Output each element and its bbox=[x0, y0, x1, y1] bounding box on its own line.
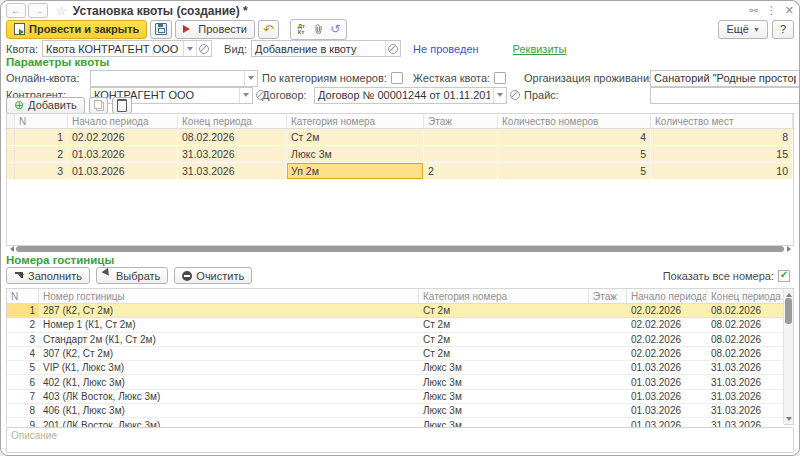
cell-floor[interactable] bbox=[589, 333, 627, 346]
hard-quota-checkbox[interactable] bbox=[494, 72, 506, 84]
back-button[interactable]: ← bbox=[6, 3, 26, 18]
scroll-down-arrow[interactable] bbox=[785, 416, 792, 424]
organization-field[interactable] bbox=[650, 70, 800, 87]
cell-n[interactable]: 1 bbox=[15, 129, 68, 145]
description-input[interactable] bbox=[6, 427, 794, 453]
table-row[interactable]: 5 VIP (К1, Люкс 3м) Люкс 3м 01.03.2026 3… bbox=[7, 361, 784, 375]
contract-open-button[interactable] bbox=[510, 90, 520, 100]
cell-start[interactable]: 02.02.2026 bbox=[627, 304, 707, 317]
cell-end[interactable]: 31.03.2026 bbox=[707, 361, 784, 374]
quota-open-icon[interactable] bbox=[196, 41, 211, 56]
favorite-star-icon[interactable]: ☆ bbox=[56, 4, 67, 18]
more-dots-icon[interactable]: ⋮ bbox=[766, 5, 777, 16]
price-field[interactable] bbox=[650, 87, 800, 104]
cell-rooms[interactable]: 5 bbox=[498, 146, 651, 162]
cell-n[interactable]: 7 bbox=[7, 390, 39, 403]
cell-end[interactable]: 08.02.2026 bbox=[707, 333, 784, 346]
table-row[interactable]: 1 02.02.2026 08.02.2026 Ст 2м 4 8 bbox=[7, 129, 793, 146]
cell-room[interactable]: 402 (К1, Люкс 3м) bbox=[39, 375, 419, 388]
scroll-up-arrow[interactable] bbox=[785, 289, 792, 297]
copy-row-button[interactable] bbox=[89, 97, 108, 114]
cell-start[interactable]: 02.02.2026 bbox=[627, 333, 707, 346]
cell-start[interactable]: 01.03.2026 bbox=[68, 163, 178, 179]
cell-category[interactable]: Люкс 3м bbox=[287, 146, 424, 162]
horizontal-scroll-thumb[interactable] bbox=[16, 246, 784, 252]
cell-end[interactable]: 31.03.2026 bbox=[707, 404, 784, 417]
cell-category[interactable]: Ст 2м bbox=[419, 333, 589, 346]
table-row[interactable]: 6 402 (К1, Люкс 3м) Люкс 3м 01.03.2026 3… bbox=[7, 375, 784, 389]
table-row[interactable]: 3 01.03.2026 31.03.2026 Уп 2м 2 5 10 bbox=[7, 163, 793, 180]
clear-button[interactable]: Очистить bbox=[174, 267, 252, 284]
cell-floor[interactable] bbox=[589, 304, 627, 317]
table-row[interactable]: 2 Номер 1 (К1, Ст 2м) Ст 2м 02.02.2026 0… bbox=[7, 318, 784, 332]
cell-category[interactable]: Люкс 3м bbox=[419, 361, 589, 374]
history-button[interactable]: ↺ bbox=[327, 22, 344, 37]
scroll-right-arrow[interactable] bbox=[786, 245, 794, 253]
cell-end[interactable]: 08.02.2026 bbox=[178, 129, 287, 145]
cell-start[interactable]: 02.02.2026 bbox=[627, 318, 707, 331]
scroll-left-arrow[interactable] bbox=[6, 245, 14, 253]
cell-category[interactable]: Люкс 3м bbox=[419, 390, 589, 403]
post-button[interactable]: Провести bbox=[175, 20, 255, 39]
cell-category[interactable]: Ст 2м bbox=[419, 318, 589, 331]
cell-n[interactable]: 8 bbox=[7, 404, 39, 417]
cell-start[interactable]: 01.03.2026 bbox=[627, 375, 707, 388]
table-row[interactable]: 8 406 (К1, Люкс 3м) Люкс 3м 01.03.2026 3… bbox=[7, 404, 784, 418]
cell-room[interactable]: 403 (ЛК Восток, Люкс 3м) bbox=[39, 390, 419, 403]
cell-n[interactable]: 5 bbox=[7, 361, 39, 374]
table-row[interactable]: 2 01.03.2026 31.03.2026 Люкс 3м 5 15 bbox=[7, 146, 793, 163]
cell-room[interactable]: Стандарт 2м (К1, Ст 2м) bbox=[39, 333, 419, 346]
cell-n[interactable]: 4 bbox=[7, 347, 39, 360]
quota-field[interactable] bbox=[42, 40, 212, 57]
cell-floor[interactable] bbox=[589, 404, 627, 417]
table-row[interactable]: 7 403 (ЛК Восток, Люкс 3м) Люкс 3м 01.03… bbox=[7, 390, 784, 404]
attachments-button[interactable] bbox=[310, 22, 327, 37]
cell-n[interactable]: 1 bbox=[7, 304, 39, 317]
fill-button[interactable]: Заполнить bbox=[6, 267, 90, 284]
cell-start[interactable]: 01.03.2026 bbox=[68, 146, 178, 162]
kind-input[interactable] bbox=[252, 42, 385, 55]
cell-floor[interactable] bbox=[424, 146, 498, 162]
online-quota-field[interactable] bbox=[90, 70, 258, 87]
save-button[interactable] bbox=[150, 20, 172, 39]
cell-floor[interactable] bbox=[589, 318, 627, 331]
by-room-categories-checkbox[interactable] bbox=[391, 72, 403, 84]
table-row-selected[interactable]: 1 287 (К2, Ст 2м) Ст 2м 02.02.2026 08.02… bbox=[7, 304, 784, 318]
close-icon[interactable]: ✕ bbox=[785, 5, 794, 16]
table-row[interactable]: 3 Стандарт 2м (К1, Ст 2м) Ст 2м 02.02.20… bbox=[7, 333, 784, 347]
cell-beds[interactable]: 8 bbox=[651, 129, 793, 145]
cell-room[interactable]: VIP (К1, Люкс 3м) bbox=[39, 361, 419, 374]
postings-dtkt-button[interactable]: ДтКт bbox=[293, 22, 310, 37]
kind-open-icon[interactable] bbox=[385, 41, 400, 56]
cell-n[interactable]: 2 bbox=[7, 318, 39, 331]
vertical-scrollbar[interactable] bbox=[783, 289, 793, 424]
cell-floor[interactable] bbox=[589, 361, 627, 374]
table-row[interactable]: 4 307 (К2, Ст 2м) Ст 2м 02.02.2026 08.02… bbox=[7, 347, 784, 361]
cell-room[interactable]: Номер 1 (К1, Ст 2м) bbox=[39, 318, 419, 331]
cell-rooms[interactable]: 5 bbox=[498, 163, 651, 179]
contract-input[interactable] bbox=[315, 89, 493, 102]
add-row-button[interactable]: ⊕ Добавить bbox=[6, 97, 85, 114]
cell-n[interactable]: 6 bbox=[7, 375, 39, 388]
delete-row-button[interactable] bbox=[112, 97, 132, 114]
organization-input[interactable] bbox=[651, 72, 799, 85]
cell-beds[interactable]: 10 bbox=[651, 163, 793, 179]
cell-end[interactable]: 31.03.2026 bbox=[707, 375, 784, 388]
show-all-checkbox[interactable]: ✓ bbox=[778, 270, 790, 282]
online-quota-dropdown-icon[interactable] bbox=[244, 71, 257, 86]
cell-floor[interactable] bbox=[589, 347, 627, 360]
forward-button[interactable]: → bbox=[28, 3, 48, 18]
cell-category[interactable]: Ст 2м bbox=[419, 347, 589, 360]
cell-end[interactable]: 31.03.2026 bbox=[707, 390, 784, 403]
cell-start[interactable]: 02.02.2026 bbox=[627, 347, 707, 360]
undo-button[interactable]: ↶ bbox=[258, 20, 279, 39]
get-link-icon[interactable]: ⚯ bbox=[749, 6, 757, 16]
cell-category[interactable]: Люкс 3м bbox=[419, 375, 589, 388]
counterparty-dropdown-icon[interactable] bbox=[239, 88, 252, 103]
cell-room[interactable]: 406 (К1, Люкс 3м) bbox=[39, 404, 419, 417]
cell-start[interactable]: 01.03.2026 bbox=[627, 404, 707, 417]
select-button[interactable]: Выбрать bbox=[96, 267, 168, 284]
vertical-scroll-thumb[interactable] bbox=[785, 298, 792, 324]
quota-input[interactable] bbox=[43, 42, 183, 55]
cell-end[interactable]: 08.02.2026 bbox=[707, 318, 784, 331]
